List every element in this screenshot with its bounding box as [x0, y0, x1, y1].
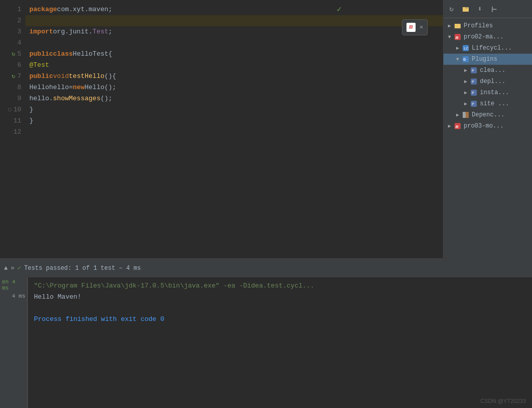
- code-line-12: [25, 127, 443, 138]
- line-check-icon: ✓: [337, 4, 342, 15]
- tree-label-0: Profiles: [464, 22, 493, 29]
- bottom-area: ▲ » ✓ Tests passed: 1 of 1 test – 4 ms e…: [0, 258, 532, 408]
- test-check-icon: ✓: [17, 264, 21, 272]
- line-number-11: 11: [0, 115, 21, 127]
- tree-label-6: insta...: [480, 89, 509, 96]
- tree-item-4[interactable]: ▶Pclea...: [443, 65, 532, 76]
- svg-rect-3: [466, 8, 467, 9]
- tree-item-1[interactable]: ▼mpro02-ma...: [443, 31, 532, 43]
- line-number-10: ▢10: [0, 104, 21, 115]
- maven-tree: ▶Profiles▼mpro02-ma...▶LCLifecycl...▼⚙Pl…: [443, 18, 532, 258]
- tree-item-5[interactable]: ▶Pdepl...: [443, 76, 532, 87]
- tree-label-8: Depenc...: [472, 111, 505, 118]
- bracket-icon: ▢: [8, 104, 11, 115]
- line-number-2: 2: [0, 15, 21, 26]
- tree-item-8[interactable]: ▶Depenc...: [443, 109, 532, 120]
- tree-icon-3: ⚙: [462, 55, 470, 63]
- tree-arrow-2[interactable]: ▶: [454, 45, 462, 51]
- tree-label-2: Lifecycl...: [472, 45, 512, 52]
- maven-popup-close[interactable]: ✕: [420, 22, 423, 33]
- tree-item-3[interactable]: ▼⚙Plugins: [443, 54, 532, 65]
- svg-text:P: P: [472, 91, 474, 95]
- code-line-5: public class HelloTest {: [25, 49, 443, 60]
- tree-label-5: depl...: [480, 78, 505, 85]
- line-number-5: ↻5: [0, 49, 21, 60]
- download-button[interactable]: ⬇: [474, 3, 486, 15]
- console-line-1: Hello Maven!: [34, 292, 526, 303]
- tree-arrow-0[interactable]: ▶: [445, 23, 454, 29]
- code-panel: 1234↻56↻789▢101112 package com.xyt.maven…: [0, 0, 443, 258]
- console-line-2: [34, 303, 526, 314]
- svg-rect-20: [463, 112, 466, 118]
- tree-arrow-1[interactable]: ▼: [445, 34, 454, 40]
- tree-label-7: site ...: [480, 100, 509, 107]
- line-number-1: 1: [0, 4, 21, 15]
- tree-arrow-6[interactable]: ▶: [462, 90, 470, 96]
- tree-icon-9: m: [454, 122, 462, 130]
- time-sidebar: en 4 ms4 ms: [0, 277, 28, 408]
- svg-rect-21: [466, 112, 469, 118]
- tree-icon-8: [462, 111, 470, 119]
- code-line-10: }: [25, 104, 443, 115]
- code-lines: package com.xyt.maven;✓import org.junit.…: [25, 0, 443, 258]
- line-number-9: 9: [0, 93, 21, 104]
- line-number-7: ↻7: [0, 71, 21, 82]
- tree-arrow-8[interactable]: ▶: [454, 112, 462, 118]
- run-icon[interactable]: ↻: [12, 49, 15, 60]
- svg-text:P: P: [472, 79, 474, 84]
- tree-arrow-5[interactable]: ▶: [462, 78, 470, 85]
- time-entry-0: en 4 ms: [2, 279, 25, 291]
- line-numbers: 1234↻56↻789▢101112: [0, 0, 25, 258]
- tree-item-7[interactable]: ▶Psite ...: [443, 98, 532, 109]
- code-line-1: package com.xyt.maven;✓: [25, 4, 443, 15]
- line-number-3: 3: [0, 26, 21, 37]
- console-line-0: "C:\Program Files\Java\jdk-17.0.5\bin\ja…: [34, 280, 526, 292]
- maven-popup: m ✕: [402, 19, 428, 35]
- maven-popup-icon: m: [406, 23, 416, 32]
- refresh-button[interactable]: ↻: [445, 3, 458, 15]
- run-icon[interactable]: ↻: [12, 71, 15, 82]
- code-line-2: [25, 15, 443, 26]
- tree-icon-1: m: [454, 33, 462, 41]
- tree-label-4: clea...: [480, 67, 505, 74]
- code-line-4: [25, 37, 443, 49]
- test-status: Tests passed: 1 of 1 test – 4 ms: [24, 265, 141, 272]
- tree-icon-4: P: [470, 66, 478, 74]
- watermark: CSDN @YT20233: [480, 398, 526, 404]
- line-number-12: 12: [0, 127, 21, 138]
- tree-arrow-9[interactable]: ▶: [445, 123, 454, 129]
- tree-arrow-4[interactable]: ▶: [462, 67, 470, 73]
- code-line-3: import org.junit.Test;: [25, 26, 443, 37]
- svg-rect-1: [463, 8, 469, 12]
- expand-button[interactable]: »: [11, 265, 14, 272]
- tree-item-6[interactable]: ▶Pinsta...: [443, 87, 532, 98]
- more-button[interactable]: ⊢: [488, 3, 500, 15]
- svg-text:m: m: [455, 125, 459, 130]
- line-number-6: 6: [0, 60, 21, 71]
- tree-icon-6: P: [470, 89, 478, 97]
- line-number-4: 4: [0, 37, 21, 49]
- svg-text:P: P: [472, 68, 474, 73]
- code-line-7: public void testHello(){: [25, 71, 443, 82]
- open-folder-button[interactable]: [460, 3, 472, 15]
- tree-label-3: Plugins: [472, 56, 497, 63]
- tree-label-1: pro02-ma...: [464, 33, 504, 40]
- tree-icon-2: LC: [462, 44, 470, 52]
- svg-text:⚙: ⚙: [463, 57, 466, 62]
- console-line-3: Process finished with exit code 0: [34, 314, 526, 325]
- tree-item-2[interactable]: ▶LCLifecycl...: [443, 43, 532, 54]
- tree-item-9[interactable]: ▶mpro03-mo...: [443, 120, 532, 132]
- code-line-11: }: [25, 115, 443, 127]
- svg-text:m: m: [455, 35, 459, 40]
- code-line-6: @Test: [25, 60, 443, 71]
- test-toolbar: ▲ » ✓ Tests passed: 1 of 1 test – 4 ms: [0, 259, 532, 277]
- tree-item-0[interactable]: ▶Profiles: [443, 20, 532, 31]
- tree-arrow-3[interactable]: ▼: [454, 57, 462, 62]
- tree-icon-7: P: [470, 100, 478, 108]
- tree-arrow-7[interactable]: ▶: [462, 101, 470, 107]
- editor-area: 1234↻56↻789▢101112 package com.xyt.maven…: [0, 0, 532, 258]
- maven-panel: ↻ ⬇ ⊢ ▶Profiles▼mpro02-ma...▶LCLifecycl.…: [443, 0, 532, 258]
- maven-toolbar: ↻ ⬇ ⊢: [443, 0, 532, 18]
- scroll-up-button[interactable]: ▲: [4, 265, 8, 272]
- code-line-9: hello.showMessages();: [25, 93, 443, 104]
